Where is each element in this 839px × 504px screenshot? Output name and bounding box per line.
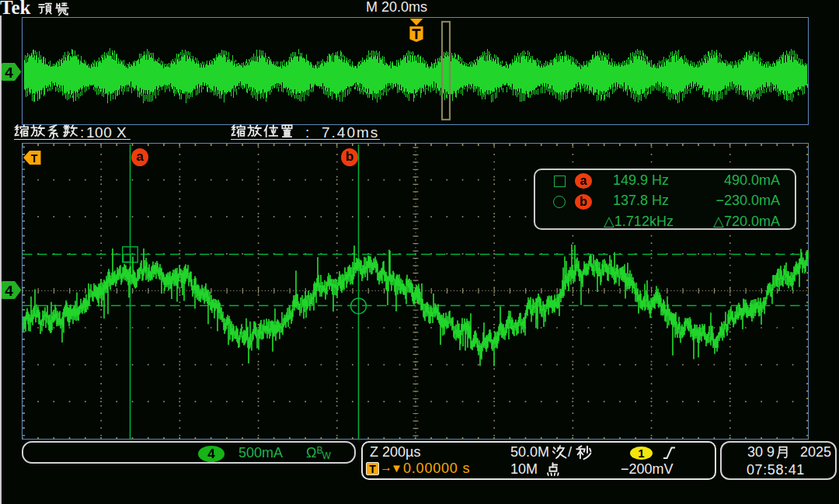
svg-text:4: 4 [5,283,13,299]
svg-text:T: T [31,152,38,165]
svg-text:4: 4 [5,64,13,81]
